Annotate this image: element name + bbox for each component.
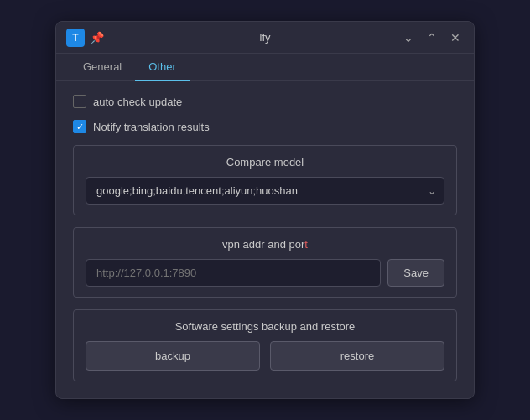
tab-bar: General Other bbox=[56, 54, 474, 81]
backup-button[interactable]: backup bbox=[86, 341, 260, 371]
compare-model-dropdown-wrapper: google;bing;baidu;tencent;aliyun;huoshan… bbox=[86, 177, 444, 205]
content-area: auto check update Notify translation res… bbox=[56, 81, 474, 398]
auto-check-row: auto check update bbox=[73, 95, 457, 108]
vpn-section: vpn addr and port Save bbox=[73, 227, 457, 298]
notify-row: Notify translation results bbox=[73, 120, 457, 133]
save-button[interactable]: Save bbox=[387, 259, 444, 287]
backup-restore-row: backup restore bbox=[86, 341, 444, 371]
compare-model-dropdown[interactable]: google;bing;baidu;tencent;aliyun;huoshan bbox=[86, 177, 444, 205]
vpn-input[interactable] bbox=[86, 259, 381, 287]
compare-model-title: Compare model bbox=[86, 156, 444, 169]
notify-label: Notify translation results bbox=[93, 121, 210, 133]
titlebar-controls: ⌄ ⌃ ✕ bbox=[400, 30, 464, 45]
maximize-button[interactable]: ⌃ bbox=[423, 30, 440, 45]
restore-button[interactable]: restore bbox=[270, 341, 444, 371]
app-window: T 📌 lfy ⌄ ⌃ ✕ General Other auto check u… bbox=[55, 21, 475, 399]
pin-icon[interactable]: 📌 bbox=[90, 31, 104, 44]
auto-check-label: auto check update bbox=[93, 96, 182, 108]
titlebar-left: T 📌 bbox=[66, 29, 104, 47]
titlebar: T 📌 lfy ⌄ ⌃ ✕ bbox=[56, 22, 474, 54]
notify-checkbox[interactable] bbox=[73, 120, 86, 133]
backup-restore-title: Software settings backup and restore bbox=[86, 320, 444, 333]
app-icon: T bbox=[66, 29, 85, 47]
backup-restore-section: Software settings backup and restore bac… bbox=[73, 309, 457, 381]
minimize-button[interactable]: ⌄ bbox=[400, 30, 417, 45]
close-button[interactable]: ✕ bbox=[447, 30, 464, 45]
window-title: lfy bbox=[260, 31, 271, 44]
compare-model-section: Compare model google;bing;baidu;tencent;… bbox=[73, 145, 457, 215]
tab-general[interactable]: General bbox=[70, 54, 135, 81]
auto-check-checkbox[interactable] bbox=[73, 95, 86, 108]
vpn-title: vpn addr and port bbox=[86, 238, 444, 251]
tab-other[interactable]: Other bbox=[135, 54, 190, 81]
vpn-row: Save bbox=[86, 259, 444, 287]
app-icon-label: T bbox=[72, 32, 78, 44]
